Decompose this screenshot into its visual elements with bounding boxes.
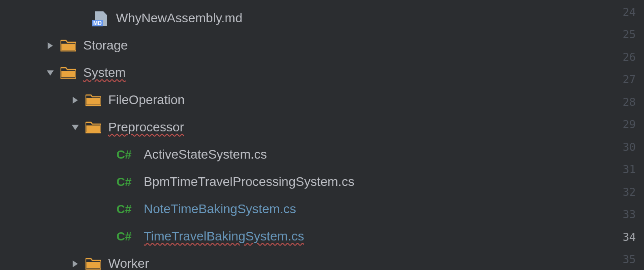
folder-label: Storage bbox=[83, 38, 128, 53]
svg-rect-7 bbox=[86, 125, 100, 132]
svg-marker-8 bbox=[72, 260, 77, 267]
file-label: NoteTimeBakingSystem.cs bbox=[144, 202, 296, 216]
folder-icon bbox=[60, 66, 76, 79]
markdown-file-icon: MD bbox=[93, 10, 109, 26]
folder-label: System bbox=[83, 65, 126, 80]
file-label: WhyNewAssembly.md bbox=[116, 11, 242, 25]
file-item-activestatesystem[interactable]: C# ActiveStateSystem.cs bbox=[0, 141, 617, 168]
svg-marker-4 bbox=[72, 96, 77, 103]
csharp-file-icon: C# bbox=[116, 148, 136, 162]
folder-icon bbox=[86, 257, 101, 270]
folder-label: Preprocessor bbox=[108, 120, 184, 135]
folder-icon bbox=[60, 39, 76, 52]
expand-collapsed-icon[interactable] bbox=[68, 257, 82, 270]
gutter-line-number[interactable]: 32 bbox=[617, 181, 644, 204]
folder-item-preprocessor[interactable]: Preprocessor bbox=[0, 114, 617, 141]
svg-marker-6 bbox=[71, 125, 78, 130]
folder-item-fileoperation[interactable]: FileOperation bbox=[0, 86, 617, 114]
gutter-line-number[interactable]: 26 bbox=[617, 46, 644, 69]
gutter-line-number[interactable]: 29 bbox=[617, 114, 644, 136]
gutter-line-number[interactable]: 28 bbox=[617, 91, 644, 114]
svg-rect-3 bbox=[61, 71, 75, 77]
folder-icon bbox=[86, 94, 101, 106]
gutter-line-number[interactable]: 35 bbox=[617, 249, 644, 270]
gutter-line-number[interactable]: 24 bbox=[617, 1, 644, 24]
file-label: BpmTimeTravelProcessingSystem.cs bbox=[144, 175, 354, 189]
folder-icon bbox=[86, 121, 101, 134]
folder-item-storage[interactable]: Storage bbox=[0, 32, 617, 59]
gutter-line-number[interactable]: 31 bbox=[617, 159, 644, 181]
folder-item-worker[interactable]: Worker bbox=[0, 250, 617, 270]
svg-marker-0 bbox=[47, 42, 52, 49]
editor-line-gutter: 242526272829303132333435 bbox=[617, 0, 644, 270]
file-label: ActiveStateSystem.cs bbox=[144, 147, 267, 162]
svg-rect-5 bbox=[86, 98, 100, 105]
svg-rect-9 bbox=[86, 262, 100, 268]
expand-collapsed-icon[interactable] bbox=[43, 39, 57, 52]
file-tree-panel: MD WhyNewAssembly.md Storage System File… bbox=[0, 0, 617, 270]
expand-expanded-icon[interactable] bbox=[43, 66, 57, 80]
folder-item-system[interactable]: System bbox=[0, 59, 617, 86]
csharp-file-icon: C# bbox=[116, 230, 136, 244]
svg-rect-1 bbox=[61, 44, 75, 50]
file-item-whynewassembly[interactable]: MD WhyNewAssembly.md bbox=[0, 5, 617, 32]
gutter-line-number[interactable]: 25 bbox=[617, 24, 644, 46]
csharp-file-icon: C# bbox=[116, 202, 136, 216]
folder-label: Worker bbox=[108, 256, 149, 270]
file-label: TimeTravelBakingSystem.cs bbox=[144, 229, 304, 244]
folder-label: FileOperation bbox=[108, 93, 185, 107]
expand-collapsed-icon[interactable] bbox=[68, 93, 82, 107]
svg-marker-2 bbox=[46, 70, 53, 75]
file-item-notetimebaking[interactable]: C# NoteTimeBakingSystem.cs bbox=[0, 195, 617, 223]
csharp-file-icon: C# bbox=[116, 175, 136, 189]
file-item-timetravelbaking[interactable]: C# TimeTravelBakingSystem.cs bbox=[0, 223, 617, 250]
gutter-line-number[interactable]: 33 bbox=[617, 204, 644, 226]
expand-expanded-icon[interactable] bbox=[68, 120, 82, 134]
gutter-line-number[interactable]: 34 bbox=[617, 226, 644, 249]
file-item-bpmtimetravel[interactable]: C# BpmTimeTravelProcessingSystem.cs bbox=[0, 168, 617, 195]
gutter-line-number[interactable]: 30 bbox=[617, 136, 644, 159]
gutter-line-number[interactable]: 27 bbox=[617, 69, 644, 91]
